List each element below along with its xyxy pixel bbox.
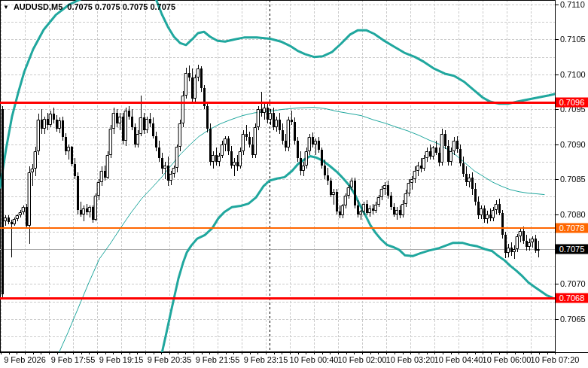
time-axis-label: 9 Feb 23:15 — [244, 355, 288, 364]
price-axis-label: 0.7110 — [560, 0, 585, 9]
price-badge-intermediate-level: 0.7078 — [556, 224, 588, 233]
time-axis-label: 10 Feb 07:20 — [531, 355, 580, 364]
price-badge-resistance-level: 0.7096 — [556, 98, 588, 108]
time-axis-label: 10 Feb 00:40 — [290, 355, 339, 364]
time-axis[interactable]: 9 Feb 20269 Feb 17:559 Feb 19:159 Feb 20… — [0, 353, 588, 368]
price-axis-label: 0.7065 — [560, 315, 586, 324]
price-axis-label: 0.7105 — [560, 35, 586, 44]
chart-plot-area[interactable] — [0, 0, 588, 368]
price-axis[interactable]: 0.71100.71050.71000.70950.70900.70850.70… — [556, 0, 588, 352]
time-axis-label: 9 Feb 17:55 — [51, 355, 96, 364]
quote-bar: ▼AUDUSD,M50.7075 0.7075 0.7075 0.7075 — [3, 2, 175, 12]
price-badge-current-price: 0.7075 — [556, 245, 588, 254]
quote-values: 0.7075 0.7075 0.7075 0.7075 — [67, 2, 175, 11]
time-axis-label: 9 Feb 20:35 — [148, 355, 192, 364]
time-axis-label: 10 Feb 03:20 — [386, 355, 435, 364]
forex-chart-window: ▼AUDUSD,M50.7075 0.7075 0.7075 0.7075 0.… — [0, 0, 588, 368]
time-axis-label: 9 Feb 19:15 — [99, 355, 144, 364]
price-axis-label: 0.7085 — [560, 175, 586, 184]
time-axis-label: 9 Feb 21:55 — [196, 355, 240, 364]
price-badge-support-level: 0.7068 — [556, 293, 588, 303]
price-axis-label: 0.7070 — [560, 279, 586, 288]
symbol-label: AUDUSD,M5 — [14, 2, 62, 11]
time-axis-label: 10 Feb 02:00 — [338, 355, 387, 364]
time-axis-label: 10 Feb 04:40 — [434, 355, 483, 364]
time-axis-label: 10 Feb 06:00 — [483, 355, 532, 364]
symbol-dropdown-icon[interactable]: ▼ — [3, 3, 9, 11]
time-axis-label: 9 Feb 2026 — [4, 355, 46, 364]
price-axis-label: 0.7100 — [560, 70, 586, 79]
price-axis-label: 0.7080 — [560, 210, 586, 219]
price-axis-label: 0.7090 — [560, 140, 586, 149]
